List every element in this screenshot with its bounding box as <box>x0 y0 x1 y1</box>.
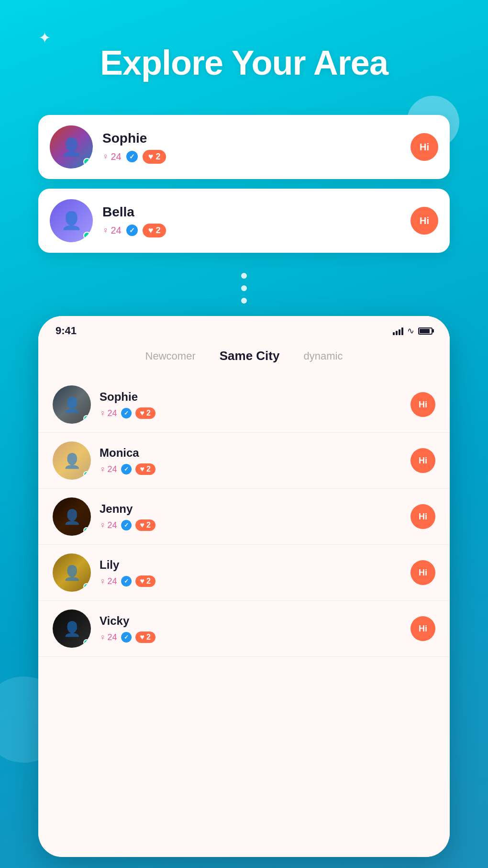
jenny-info: Jenny ♀ 24 ✓ ♥ 2 <box>100 502 402 531</box>
sophie-top-meta: ♀ 24 ✓ ♥ 2 <box>102 150 401 164</box>
vicky-info: Vicky ♀ 24 ✓ ♥ 2 <box>100 614 402 643</box>
sophie-age: 24 <box>108 408 117 418</box>
vicky-heart-count: 2 <box>146 633 151 642</box>
tab-newcomer[interactable]: Newcomer <box>145 350 196 362</box>
vicky-gender-age: ♀ 24 <box>100 632 117 643</box>
sophie-top-hearts: ♥ 2 <box>143 150 166 164</box>
vicky-name: Vicky <box>100 614 402 628</box>
sophie-top-name: Sophie <box>102 131 401 146</box>
monica-gender-age: ♀ 24 <box>100 464 117 474</box>
sophie-top-heart-count: 2 <box>155 152 160 162</box>
hero-title: Explore Your Area <box>0 43 488 82</box>
wifi-icon: ∿ <box>407 326 414 336</box>
signal-bar-2 <box>396 331 398 335</box>
bella-top-card: 👤 Bella ♀ 24 ✓ ♥ 2 Hi <box>38 189 450 253</box>
bella-top-info: Bella ♀ 24 ✓ ♥ 2 <box>102 204 401 237</box>
dot-2 <box>241 285 247 291</box>
jenny-hearts: ♥ 2 <box>135 519 155 531</box>
top-cards-section: 👤 Sophie ♀ 24 ✓ ♥ 2 Hi 👤 <box>38 115 450 253</box>
tab-navigation: Newcomer Same City dynamic <box>38 342 450 372</box>
monica-name: Monica <box>100 446 402 460</box>
user-item-vicky: 👤 Vicky ♀ 24 ✓ ♥ 2 <box>38 601 450 657</box>
bella-top-name: Bella <box>102 204 401 220</box>
heart-icon-2: ♥ <box>148 225 154 236</box>
tab-dynamic[interactable]: dynamic <box>303 350 343 362</box>
monica-online-dot <box>83 471 90 478</box>
tab-same-city[interactable]: Same City <box>220 349 280 363</box>
lily-meta: ♀ 24 ✓ ♥ 2 <box>100 575 402 587</box>
lily-verified: ✓ <box>121 576 132 586</box>
lily-heart-count: 2 <box>146 577 151 586</box>
sophie-top-gender-age: ♀ 24 <box>102 151 122 162</box>
lily-hearts: ♥ 2 <box>135 575 155 587</box>
vicky-avatar: 👤 <box>53 609 91 648</box>
sophie-top-verified: ✓ <box>126 151 138 162</box>
bella-top-age: 24 <box>111 225 122 236</box>
sophie-gender-icon: ♀ <box>100 408 106 418</box>
status-icons: ∿ <box>393 326 433 336</box>
user-list: 👤 Sophie ♀ 24 ✓ ♥ 2 <box>38 372 450 662</box>
sophie-info: Sophie ♀ 24 ✓ ♥ 2 <box>100 390 402 419</box>
monica-hi-button[interactable]: Hi <box>410 448 435 473</box>
lily-online-dot <box>83 583 90 590</box>
jenny-heart-count: 2 <box>146 521 151 530</box>
vicky-meta: ♀ 24 ✓ ♥ 2 <box>100 631 402 643</box>
sophie-top-card: 👤 Sophie ♀ 24 ✓ ♥ 2 Hi <box>38 115 450 179</box>
battery-fill <box>420 329 430 333</box>
monica-gender-icon: ♀ <box>100 464 106 474</box>
dot-1 <box>241 273 247 279</box>
jenny-heart-icon: ♥ <box>140 521 145 530</box>
bella-top-gender-age: ♀ 24 <box>102 225 122 236</box>
jenny-hi-button[interactable]: Hi <box>410 504 435 529</box>
bella-top-verified: ✓ <box>126 225 138 236</box>
dots-separator <box>241 273 247 304</box>
sophie-gender-age: ♀ 24 <box>100 408 117 418</box>
vicky-verified: ✓ <box>121 632 132 643</box>
monica-heart-count: 2 <box>146 465 151 473</box>
bella-top-heart-count: 2 <box>155 225 160 236</box>
sophie-top-hi-button[interactable]: Hi <box>410 133 438 161</box>
sophie-meta: ♀ 24 ✓ ♥ 2 <box>100 407 402 419</box>
user-item-jenny: 👤 Jenny ♀ 24 ✓ ♥ 2 <box>38 489 450 545</box>
status-bar: 9:41 ∿ <box>38 316 450 342</box>
jenny-online-dot <box>83 527 90 534</box>
dot-3 <box>241 298 247 304</box>
sophie-top-online-dot <box>83 158 91 166</box>
sophie-avatar: 👤 <box>53 385 91 424</box>
user-item-lily: 👤 Lily ♀ 24 ✓ ♥ 2 <box>38 545 450 601</box>
bella-top-hi-button[interactable]: Hi <box>410 207 438 235</box>
vicky-hearts: ♥ 2 <box>135 631 155 643</box>
monica-hearts: ♥ 2 <box>135 463 155 475</box>
monica-meta: ♀ 24 ✓ ♥ 2 <box>100 463 402 475</box>
jenny-meta: ♀ 24 ✓ ♥ 2 <box>100 519 402 531</box>
bella-top-avatar: 👤 <box>50 199 93 242</box>
sophie-name: Sophie <box>100 390 402 404</box>
lily-name: Lily <box>100 558 402 572</box>
jenny-name: Jenny <box>100 502 402 516</box>
vicky-age: 24 <box>108 632 117 643</box>
vicky-hi-button[interactable]: Hi <box>410 616 435 641</box>
female-icon-2: ♀ <box>102 225 109 236</box>
status-time: 9:41 <box>55 325 77 337</box>
jenny-gender-icon: ♀ <box>100 520 106 530</box>
phone-mockup: 9:41 ∿ Newcomer Same City dynamic <box>38 316 450 857</box>
signal-bar-3 <box>399 329 400 335</box>
lily-info: Lily ♀ 24 ✓ ♥ 2 <box>100 558 402 587</box>
sophie-hi-button[interactable]: Hi <box>410 392 435 417</box>
lily-age: 24 <box>108 576 117 586</box>
jenny-age: 24 <box>108 520 117 530</box>
jenny-avatar: 👤 <box>53 497 91 536</box>
user-item-monica: 👤 Monica ♀ 24 ✓ ♥ 2 <box>38 433 450 489</box>
sophie-heart-icon: ♥ <box>140 409 145 417</box>
lily-hi-button[interactable]: Hi <box>410 560 435 585</box>
jenny-verified: ✓ <box>121 520 132 530</box>
sophie-hearts: ♥ 2 <box>135 407 155 419</box>
user-item-sophie: 👤 Sophie ♀ 24 ✓ ♥ 2 <box>38 377 450 433</box>
monica-avatar: 👤 <box>53 441 91 480</box>
bella-top-meta: ♀ 24 ✓ ♥ 2 <box>102 224 401 237</box>
bella-top-hearts: ♥ 2 <box>143 224 166 237</box>
monica-verified: ✓ <box>121 464 132 474</box>
heart-icon: ♥ <box>148 152 154 162</box>
phone-inner: 9:41 ∿ Newcomer Same City dynamic <box>38 316 450 857</box>
bella-top-online-dot <box>83 232 91 239</box>
